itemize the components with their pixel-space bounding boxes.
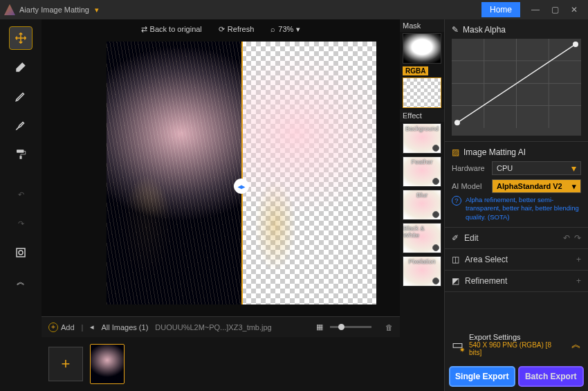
undo-button[interactable]: ↶ xyxy=(9,183,33,206)
app-title: Aiarty Image Matting xyxy=(19,6,89,14)
app-logo xyxy=(4,4,15,15)
svg-point-12 xyxy=(573,42,578,47)
edit-section[interactable]: ✐Edit ↶↷ xyxy=(445,228,588,249)
tool-sidebar: ↶ ↷ ︽ xyxy=(0,19,42,391)
model-hint: Alpha refinement, better semi-transparen… xyxy=(466,196,581,221)
roller-tool[interactable] xyxy=(9,143,33,166)
effect-blur[interactable]: Blur xyxy=(403,190,441,220)
image-counter: All Images (1) xyxy=(101,323,148,331)
close-button[interactable]: ✕ xyxy=(564,2,584,17)
refinement-section[interactable]: ◩Refinement + xyxy=(445,271,588,292)
batch-export-button[interactable]: Batch Export xyxy=(518,366,585,387)
mask-section-label: Mask xyxy=(400,19,444,32)
mask-preview[interactable] xyxy=(403,33,441,64)
add-image-button[interactable]: +Add xyxy=(48,322,75,332)
chevron-down-icon: ▾ xyxy=(572,182,576,191)
compare-slider[interactable]: ◂▸ xyxy=(234,179,249,194)
svg-rect-0 xyxy=(17,149,24,153)
matted-side xyxy=(241,42,376,304)
original-side xyxy=(107,42,241,304)
maximize-button[interactable]: ▢ xyxy=(545,2,564,17)
menu-dropdown[interactable]: ▾ xyxy=(95,6,99,15)
chevron-down-icon: ▾ xyxy=(296,25,300,34)
effect-pixelation[interactable]: Pixelation xyxy=(403,256,441,287)
zoom-control[interactable]: ⌕73% ▾ xyxy=(270,25,300,34)
export-icon: ▭✷ xyxy=(452,337,463,352)
collapse-tools[interactable]: ︽ xyxy=(9,270,33,293)
redo-button[interactable]: ↷ xyxy=(9,212,33,235)
refresh-icon: ⟳ xyxy=(219,25,225,34)
model-label: AI Model xyxy=(452,182,492,190)
svg-rect-1 xyxy=(20,156,22,159)
add-thumbnail[interactable]: + xyxy=(48,347,83,381)
plus-icon: + xyxy=(576,255,581,264)
export-spec: 540 X 960 PNG (RGBA) [8 bits] xyxy=(469,341,560,356)
svg-point-11 xyxy=(454,120,460,125)
model-select[interactable]: AlphaStandard V2▾ xyxy=(492,179,581,193)
compare-canvas[interactable]: ◂▸ xyxy=(107,42,376,304)
undo-icon: ↶ xyxy=(563,233,570,243)
pencil-tool[interactable] xyxy=(9,84,33,108)
back-to-original[interactable]: ⇄Back to original xyxy=(141,25,202,34)
brush-tool[interactable] xyxy=(9,113,33,137)
matting-title: Image Matting AI xyxy=(463,147,526,157)
image-thumbnail[interactable] xyxy=(90,344,125,384)
alpha-curve-editor[interactable] xyxy=(452,39,581,136)
hardware-label: Hardware xyxy=(452,164,492,172)
svg-rect-2 xyxy=(17,248,25,257)
zoom-icon: ⌕ xyxy=(270,25,275,33)
thumb-size-slider[interactable] xyxy=(330,326,371,328)
image-icon: ▦ xyxy=(316,322,323,331)
filename: DUOUU%L2M~PQ...]XZ3_tmb.jpg xyxy=(155,323,271,331)
select-icon: ◫ xyxy=(452,255,459,264)
refresh-button[interactable]: ⟳Refresh xyxy=(219,25,255,34)
refine-icon: ◩ xyxy=(452,276,459,286)
ai-icon: ▨ xyxy=(452,147,459,157)
frame-tool[interactable] xyxy=(9,241,33,264)
area-select-section[interactable]: ◫Area Select + xyxy=(445,249,588,271)
compare-divider xyxy=(241,42,243,304)
hardware-select[interactable]: CPU▾ xyxy=(492,161,581,175)
delete-button[interactable]: 🗑 xyxy=(385,323,393,331)
rgba-preview[interactable] xyxy=(403,78,441,108)
effect-section-label: Effect xyxy=(400,109,444,122)
export-expand[interactable]: ︽ xyxy=(571,338,581,351)
chevron-down-icon: ▾ xyxy=(571,163,576,174)
export-title: Export Settings xyxy=(469,333,560,341)
plus-icon: + xyxy=(576,276,581,286)
redo-icon: ↷ xyxy=(574,233,581,243)
single-export-button[interactable]: Single Export xyxy=(449,366,515,387)
swap-icon: ⇄ xyxy=(141,25,147,34)
effect-background[interactable]: Background xyxy=(403,123,441,154)
wand-icon: ✎ xyxy=(452,25,459,35)
help-icon[interactable]: ? xyxy=(452,196,461,206)
effect-bw[interactable]: Black & White xyxy=(403,223,441,253)
eraser-tool[interactable] xyxy=(9,55,33,79)
move-tool[interactable] xyxy=(9,26,33,50)
home-button[interactable]: Home xyxy=(481,2,520,17)
svg-point-3 xyxy=(19,251,23,255)
mask-alpha-title: Mask Alpha xyxy=(463,25,506,35)
edit-icon: ✐ xyxy=(452,233,459,243)
minimize-button[interactable]: ― xyxy=(526,2,545,17)
effect-feather[interactable]: Feather xyxy=(403,156,441,187)
rgba-tag: RGBA xyxy=(403,66,428,75)
nav-prev-icon[interactable]: ◂ xyxy=(90,322,94,331)
